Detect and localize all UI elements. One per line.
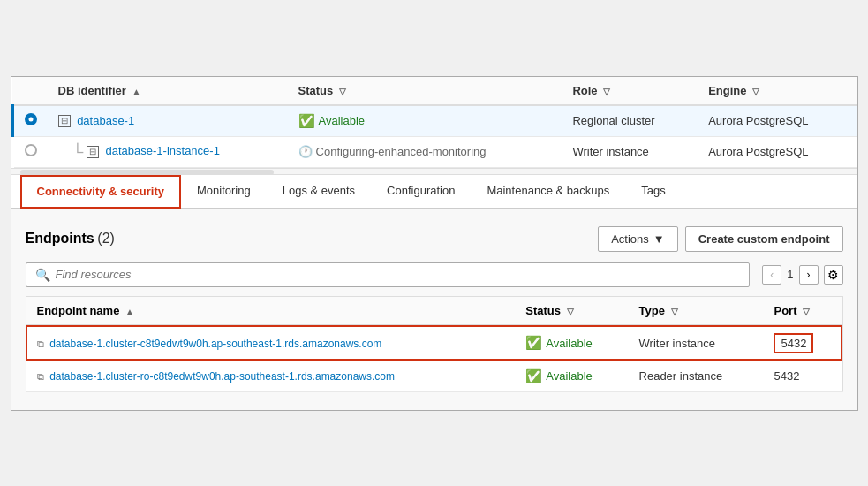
copy-icon: ⧉ <box>37 371 44 382</box>
copy-icon: ⧉ <box>37 338 44 349</box>
endpoints-table: Endpoint name ▲ Status ▽ Type ▽ Port ▽ <box>26 296 843 392</box>
db-id-link[interactable]: database-1-instance-1 <box>106 144 220 157</box>
endpoint-port-cell: 5432 <box>763 325 842 361</box>
col-status-sort-icon: ▽ <box>339 87 346 96</box>
next-page-button[interactable]: › <box>799 265 819 285</box>
endpoint-name-link[interactable]: database-1.cluster-ro-c8t9edwt9w0h.ap-so… <box>49 370 395 383</box>
main-container: DB identifier ▲ Status ▽ Role ▽ Engine ▽ <box>11 76 858 411</box>
actions-button[interactable]: Actions ▼ <box>598 226 678 252</box>
col-endpoint-status-sort: ▽ <box>567 307 574 316</box>
table-row[interactable]: ⊟ database-1 ✅ Available Regional cluste… <box>12 105 857 137</box>
col-endpoint-status[interactable]: Status ▽ <box>515 296 628 325</box>
col-endpoint-port-sort: ▽ <box>803 307 810 316</box>
tab-monitoring[interactable]: Monitoring <box>181 175 267 208</box>
tab-tags[interactable]: Tags <box>625 175 681 208</box>
tab-connectivity-label: Connectivity & security <box>37 185 165 198</box>
search-row: 🔍 ‹ 1 › ⚙ <box>26 262 843 287</box>
tab-maintenance[interactable]: Maintenance & backups <box>471 175 625 208</box>
endpoints-header-row: Endpoint name ▲ Status ▽ Type ▽ Port ▽ <box>26 296 842 325</box>
col-endpoint-type-sort: ▽ <box>671 307 678 316</box>
page-number: 1 <box>787 268 793 281</box>
clock-icon: 🕐 <box>298 145 313 158</box>
search-container: 🔍 <box>26 262 750 287</box>
endpoint-name-cell: ⧉ database-1.cluster-c8t9edwt9w0h.ap-sou… <box>26 325 515 361</box>
status-text: Available <box>546 369 593 383</box>
endpoints-count: (2) <box>97 231 115 246</box>
db-table-section: DB identifier ▲ Status ▽ Role ▽ Engine ▽ <box>11 77 857 175</box>
status-text: Configuring-enhanced-monitoring <box>316 145 487 158</box>
col-db-id-sort-icon: ▲ <box>132 87 140 96</box>
col-status[interactable]: Status ▽ <box>288 77 562 105</box>
table-row[interactable]: └ ⊟ database-1-instance-1 🕐 Configuring-… <box>12 136 857 167</box>
col-role-label: Role <box>572 84 597 97</box>
tab-maintenance-label: Maintenance & backups <box>487 184 609 197</box>
db-table: DB identifier ▲ Status ▽ Role ▽ Engine ▽ <box>11 77 857 168</box>
db-cluster-icon: ⊟ <box>58 115 71 127</box>
status-configuring: 🕐 Configuring-enhanced-monitoring <box>298 145 552 158</box>
actions-label: Actions <box>611 232 649 246</box>
engine-cell: Aurora PostgreSQL <box>698 136 857 167</box>
radio-empty-icon <box>25 144 37 156</box>
prev-page-button[interactable]: ‹ <box>762 265 781 285</box>
header-right-actions: Actions ▼ Create custom endpoint <box>598 226 842 252</box>
tab-monitoring-label: Monitoring <box>197 184 251 197</box>
col-endpoint-name-label: Endpoint name <box>37 304 120 317</box>
col-endpoint-type[interactable]: Type ▽ <box>629 296 764 325</box>
endpoints-title: Endpoints <box>26 231 94 246</box>
status-cell: ✅ Available <box>288 105 562 137</box>
col-role[interactable]: Role ▽ <box>562 77 698 105</box>
endpoint-row[interactable]: ⧉ database-1.cluster-c8t9edwt9w0h.ap-sou… <box>26 325 842 361</box>
col-engine-sort-icon: ▽ <box>752 87 759 96</box>
col-endpoint-name[interactable]: Endpoint name ▲ <box>26 296 515 325</box>
radio-cell[interactable] <box>12 136 48 167</box>
endpoint-type-cell: Writer instance <box>629 325 764 361</box>
db-id-cell: └ ⊟ database-1-instance-1 <box>48 136 288 167</box>
endpoints-header: Endpoints (2) Actions ▼ Create custom en… <box>26 226 843 252</box>
create-endpoint-label: Create custom endpoint <box>698 232 830 246</box>
col-endpoint-name-sort: ▲ <box>125 307 134 316</box>
check-circle-icon: ✅ <box>525 368 542 384</box>
col-db-identifier[interactable]: DB identifier ▲ <box>48 77 288 105</box>
endpoint-name-cell: ⧉ database-1.cluster-ro-c8t9edwt9w0h.ap-… <box>26 361 515 391</box>
endpoint-type-cell: Reader instance <box>629 361 764 391</box>
port-value-highlighted: 5432 <box>774 333 813 353</box>
col-db-id-label: DB identifier <box>58 84 126 97</box>
table-settings-button[interactable]: ⚙ <box>824 265 843 285</box>
col-status-label: Status <box>298 84 334 97</box>
create-endpoint-button[interactable]: Create custom endpoint <box>685 226 843 252</box>
tab-connectivity[interactable]: Connectivity & security <box>20 175 182 209</box>
status-available: ✅ Available <box>525 335 617 351</box>
pagination: ‹ 1 › ⚙ <box>762 265 842 285</box>
check-circle-icon: ✅ <box>525 335 542 351</box>
check-circle-icon: ✅ <box>298 113 315 129</box>
radio-selected-icon <box>25 113 37 125</box>
search-input[interactable] <box>56 268 740 281</box>
db-id-cell: ⊟ database-1 <box>48 105 288 137</box>
col-role-sort-icon: ▽ <box>603 87 610 96</box>
status-text: Available <box>319 114 366 127</box>
tree-line-icon: └ <box>72 143 84 161</box>
endpoint-port-cell: 5432 <box>763 361 842 391</box>
col-endpoint-type-label: Type <box>639 304 665 317</box>
tab-configuration[interactable]: Configuration <box>371 175 471 208</box>
endpoint-status-cell: ✅ Available <box>515 325 628 361</box>
tabs-bar: Connectivity & security Monitoring Logs … <box>11 175 857 209</box>
status-text: Available <box>546 337 593 350</box>
db-id-link[interactable]: database-1 <box>77 114 134 127</box>
role-cell: Writer instance <box>562 136 698 167</box>
endpoint-row[interactable]: ⧉ database-1.cluster-ro-c8t9edwt9w0h.ap-… <box>26 361 842 391</box>
search-icon: 🔍 <box>35 268 50 282</box>
endpoint-name-link[interactable]: database-1.cluster-c8t9edwt9w0h.ap-south… <box>49 338 381 350</box>
tab-configuration-label: Configuration <box>387 184 455 197</box>
horizontal-scrollbar[interactable] <box>11 168 857 175</box>
radio-cell[interactable] <box>12 105 48 137</box>
col-radio <box>12 77 48 105</box>
table-header-row: DB identifier ▲ Status ▽ Role ▽ Engine ▽ <box>12 77 857 105</box>
endpoint-status-cell: ✅ Available <box>515 361 628 391</box>
col-engine[interactable]: Engine ▽ <box>698 77 857 105</box>
col-endpoint-port[interactable]: Port ▽ <box>763 296 842 325</box>
status-available: ✅ Available <box>298 113 552 129</box>
tab-tags-label: Tags <box>641 184 665 197</box>
tab-logs[interactable]: Logs & events <box>267 175 371 208</box>
db-instance-icon: ⊟ <box>87 146 99 158</box>
